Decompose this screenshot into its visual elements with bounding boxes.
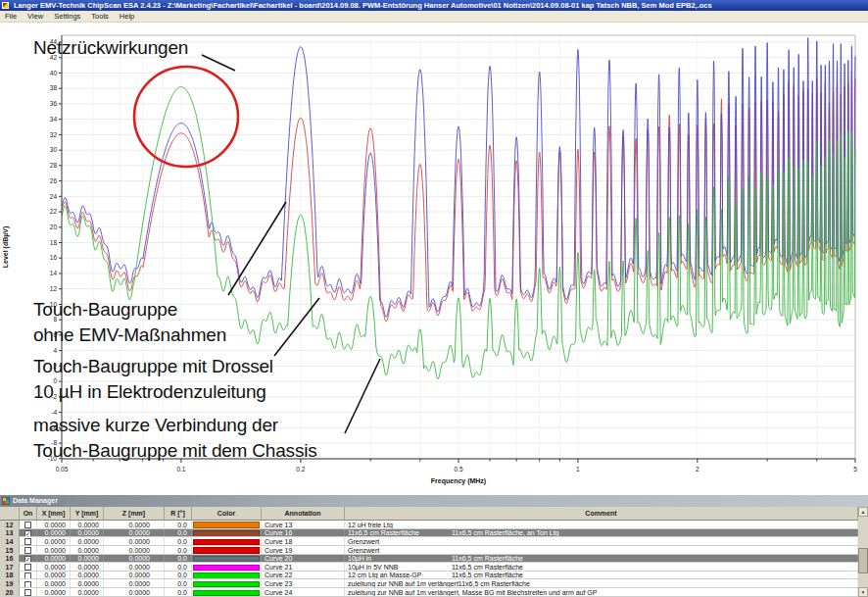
color-swatch[interactable] <box>193 547 260 553</box>
z-value: 0.0000 <box>104 529 165 537</box>
table-row-16[interactable]: 16✓0.00000.00000.00000.0Curve 2010µH in1… <box>0 555 858 564</box>
y-value: 0.0000 <box>71 588 104 596</box>
y-value: 0.0000 <box>71 546 104 554</box>
column-header-comment[interactable]: Comment <box>345 507 858 521</box>
vertical-scrollbar[interactable]: ▲ ▼ <box>858 507 868 597</box>
column-header-ymm[interactable]: Y [mm] <box>71 507 104 521</box>
z-value: 0.0000 <box>104 588 165 596</box>
svg-text:16: 16 <box>50 254 58 261</box>
column-header-on[interactable]: On <box>20 507 37 521</box>
svg-text:0.1: 0.1 <box>176 466 185 473</box>
comment-cell: zuleitung zur NNB auf 1m verlängert11x6,… <box>345 579 858 587</box>
r-value: 0.0 <box>165 579 192 587</box>
table-row-20[interactable]: 200.00000.00000.00000.0Curve 24zuleitung… <box>0 588 858 597</box>
row-number: 19 <box>0 579 20 587</box>
r-value: 0.0 <box>165 521 192 528</box>
menu-help[interactable]: Help <box>120 12 134 21</box>
z-value: 0.0000 <box>104 537 165 545</box>
table-row-18[interactable]: 180.00000.00000.00000.0Curve 2212 cm Ltg… <box>0 572 858 580</box>
column-header-color[interactable]: Color <box>192 507 262 521</box>
svg-text:28: 28 <box>50 162 58 169</box>
color-swatch[interactable] <box>193 522 260 527</box>
row-checkbox[interactable] <box>24 589 31 596</box>
menu-file[interactable]: File <box>5 12 17 21</box>
svg-text:20: 20 <box>50 224 58 230</box>
row-checkbox[interactable]: ✓ <box>24 556 31 563</box>
r-value: 0.0 <box>165 537 192 545</box>
table-body: 120.00000.00000.00000.0Curve 1312 uH fre… <box>0 521 858 597</box>
x-value: 0.0000 <box>37 546 71 554</box>
annotation-cell: Curve 23 <box>262 579 345 587</box>
x-axis-label: Frequency (MHz) <box>431 477 486 485</box>
table-row-12[interactable]: 120.00000.00000.00000.0Curve 1312 uH fre… <box>0 521 858 529</box>
svg-text:32: 32 <box>50 131 58 138</box>
color-swatch[interactable] <box>193 581 260 587</box>
x-value: 0.0000 <box>37 529 71 537</box>
y-value: 0.0000 <box>71 529 104 537</box>
svg-text:18: 18 <box>50 239 58 246</box>
table-row-17[interactable]: 170.00000.00000.00000.0Curve 2110µH in 5… <box>0 563 858 572</box>
highlight-circle <box>134 67 238 167</box>
color-swatch[interactable] <box>193 556 260 562</box>
table-row-15[interactable]: 150.00000.00000.00000.0Curve 19Grenzwert <box>0 546 858 555</box>
color-swatch[interactable] <box>193 565 260 571</box>
scroll-down-button[interactable]: ▼ <box>858 587 868 597</box>
annotation-text-1: Touch-Baugruppeohne EMV-Maßnahmen <box>33 297 226 348</box>
menu-tools[interactable]: Tools <box>91 12 109 21</box>
x-value: 0.0000 <box>37 588 71 596</box>
scroll-up-button[interactable]: ▲ <box>858 507 868 517</box>
column-header-zmm[interactable]: Z [mm] <box>104 507 165 521</box>
color-swatch[interactable] <box>193 539 260 545</box>
data-manager-title-bar[interactable]: Data Manager <box>0 495 868 507</box>
y-value: 0.0000 <box>71 579 104 587</box>
color-swatch[interactable] <box>193 572 260 578</box>
annotation-cell: Curve 24 <box>262 588 345 596</box>
data-manager-icon <box>2 497 10 505</box>
column-header-xmm[interactable]: X [mm] <box>37 507 71 521</box>
menu-settings[interactable]: Settings <box>54 12 80 21</box>
annotation-text-2: Touch-Baugruppe mit Drossel10 µH in Elek… <box>33 354 273 405</box>
svg-text:1: 1 <box>576 466 580 473</box>
z-value: 0.0000 <box>104 555 165 563</box>
svg-text:26: 26 <box>50 177 58 184</box>
pointer-line-2 <box>274 298 319 356</box>
x-value: 0.0000 <box>37 521 71 528</box>
annotation-cell: Curve 16 <box>262 529 345 537</box>
menu-view[interactable]: View <box>27 12 43 21</box>
x-value: 0.0000 <box>37 555 71 563</box>
color-swatch[interactable] <box>193 530 260 536</box>
y-value: 0.0000 <box>71 537 104 545</box>
row-number: 17 <box>0 563 20 571</box>
comment-cell: Grenzwert <box>345 546 858 554</box>
row-checkbox[interactable] <box>24 538 31 545</box>
svg-text:2: 2 <box>696 466 699 473</box>
r-value: 0.0 <box>165 588 192 596</box>
column-header-r[interactable]: R [°] <box>165 507 192 521</box>
comment-cell: 11x6,5 cm Rasterfläche11x6,5 cm Rasterfl… <box>345 529 858 537</box>
column-header-row[interactable] <box>0 507 20 521</box>
application-window: Langer EMV-Technik ChipScan ESA 2.4.23 -… <box>0 0 868 597</box>
row-checkbox[interactable]: ✓ <box>24 530 31 537</box>
row-number: 18 <box>0 572 20 579</box>
table-row-13[interactable]: 13✓0.00000.00000.00000.0Curve 1611x6,5 c… <box>0 529 858 538</box>
z-value: 0.0000 <box>104 563 165 571</box>
row-checkbox[interactable] <box>24 547 31 554</box>
table-row-14[interactable]: 140.00000.00000.00000.0Curve 18Grenzwert <box>0 537 858 546</box>
svg-text:24: 24 <box>50 193 58 200</box>
menu-bar: FileViewSettingsToolsHelp <box>0 11 868 23</box>
row-checkbox[interactable] <box>24 564 31 571</box>
chart-area: -10-8-6-4-202468101214161820222426283032… <box>0 23 868 495</box>
y-value: 0.0000 <box>71 572 104 579</box>
svg-text:0.05: 0.05 <box>56 466 69 473</box>
y-value: 0.0000 <box>71 555 104 563</box>
color-swatch[interactable] <box>193 590 260 596</box>
svg-text:0.5: 0.5 <box>454 466 462 473</box>
row-checkbox[interactable] <box>24 522 31 528</box>
row-number: 12 <box>0 521 20 528</box>
row-checkbox[interactable] <box>24 572 31 579</box>
column-header-annotation[interactable]: Annotation <box>262 507 345 521</box>
svg-text:34: 34 <box>50 116 58 123</box>
row-checkbox[interactable] <box>24 581 31 588</box>
table-row-19[interactable]: 190.00000.00000.00000.0Curve 23zuleitung… <box>0 579 858 588</box>
scroll-thumb[interactable] <box>858 548 868 573</box>
